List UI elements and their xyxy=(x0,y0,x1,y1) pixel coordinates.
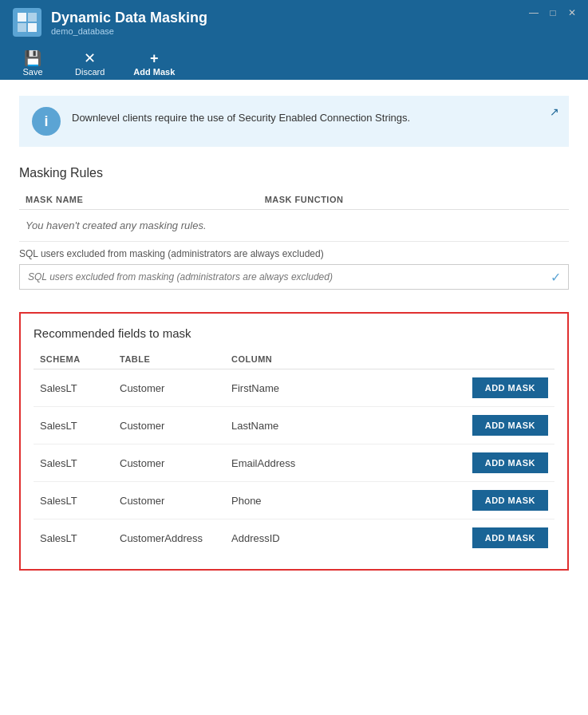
column-cell: LastName xyxy=(225,407,353,444)
table-row: SalesLT Customer EmailAddress ADD MASK xyxy=(34,444,554,482)
window-controls: — □ ✕ xyxy=(527,6,578,19)
masking-rules-table: MASK NAME MASK FUNCTION You haven't crea… xyxy=(19,190,569,242)
save-button[interactable]: 💾 Save xyxy=(13,48,53,80)
col-mask-function-header: MASK FUNCTION xyxy=(258,190,569,210)
column-cell: AddressID xyxy=(225,519,353,557)
table-row: SalesLT Customer Phone ADD MASK xyxy=(34,482,554,519)
column-cell: Phone xyxy=(225,482,353,519)
svg-rect-1 xyxy=(28,13,37,22)
recommended-title: Recommended fields to mask xyxy=(34,326,554,340)
empty-rules-row: You haven't created any masking rules. xyxy=(19,210,569,242)
app-title: Dynamic Data Masking xyxy=(51,10,207,26)
title-bar: — □ ✕ Dynamic Data Masking demo_database… xyxy=(0,0,588,80)
svg-rect-3 xyxy=(28,23,37,32)
add-mask-row-button[interactable]: ADD MASK xyxy=(472,377,548,398)
add-mask-row-button[interactable]: ADD MASK xyxy=(472,527,548,548)
toolbar: 💾 Save ✕ Discard + Add Mask xyxy=(13,41,575,80)
schema-cell: SalesLT xyxy=(34,369,113,407)
sql-exclusion-label: SQL users excluded from masking (adminis… xyxy=(19,248,569,259)
action-cell: ADD MASK xyxy=(353,369,554,407)
info-text: Downlevel clients require the use of Sec… xyxy=(72,107,410,124)
recommended-table: SCHEMA TABLE COLUMN SalesLT Customer Fir… xyxy=(34,350,554,556)
discard-label: Discard xyxy=(75,67,105,77)
table-cell: Customer xyxy=(113,369,225,407)
recommended-table-header: SCHEMA TABLE COLUMN xyxy=(34,350,554,369)
minimize-button[interactable]: — xyxy=(527,6,540,19)
info-link-icon[interactable]: ↗ xyxy=(550,105,559,118)
action-cell: ADD MASK xyxy=(353,444,554,482)
action-cell: ADD MASK xyxy=(353,519,554,557)
sql-exclusion-input[interactable] xyxy=(19,264,569,290)
save-label: Save xyxy=(22,67,42,77)
main-window: — □ ✕ Dynamic Data Masking demo_database… xyxy=(0,0,588,715)
column-cell: EmailAddress xyxy=(225,444,353,482)
sql-exclusion-section: SQL users excluded from masking (adminis… xyxy=(19,248,569,290)
schema-cell: SalesLT xyxy=(34,482,113,519)
action-cell: ADD MASK xyxy=(353,482,554,519)
title-row: Dynamic Data Masking demo_database xyxy=(13,8,575,37)
svg-rect-0 xyxy=(18,13,26,22)
table-cell: Customer xyxy=(113,444,225,482)
empty-rules-message: You haven't created any masking rules. xyxy=(19,210,569,242)
discard-icon: ✕ xyxy=(84,51,96,65)
add-mask-toolbar-button[interactable]: + Add Mask xyxy=(127,48,181,80)
masking-rules-section: Masking Rules MASK NAME MASK FUNCTION Yo… xyxy=(19,166,569,242)
table-row: SalesLT Customer FirstName ADD MASK xyxy=(34,369,554,407)
recommended-fields-section: Recommended fields to mask SCHEMA TABLE … xyxy=(19,312,569,571)
schema-cell: SalesLT xyxy=(34,519,113,557)
table-row: SalesLT Customer LastName ADD MASK xyxy=(34,407,554,444)
masking-rules-title: Masking Rules xyxy=(19,166,569,180)
schema-cell: SalesLT xyxy=(34,444,113,482)
schema-cell: SalesLT xyxy=(34,407,113,444)
add-mask-label: Add Mask xyxy=(133,67,175,77)
table-cell: CustomerAddress xyxy=(113,519,225,557)
col-column-header: COLUMN xyxy=(225,350,353,369)
app-subtitle: demo_database xyxy=(51,26,207,36)
info-banner: i Downlevel clients require the use of S… xyxy=(19,96,569,147)
column-cell: FirstName xyxy=(225,369,353,407)
title-text: Dynamic Data Masking demo_database xyxy=(51,10,207,36)
sql-check-icon: ✓ xyxy=(551,270,561,285)
col-table-header: TABLE xyxy=(113,350,225,369)
action-cell: ADD MASK xyxy=(353,407,554,444)
close-button[interactable]: ✕ xyxy=(566,6,578,19)
col-schema-header: SCHEMA xyxy=(34,350,113,369)
add-mask-row-button[interactable]: ADD MASK xyxy=(472,415,548,436)
app-icon xyxy=(13,8,41,37)
add-mask-icon: + xyxy=(150,51,159,65)
sql-input-wrapper: ✓ xyxy=(19,264,569,290)
add-mask-row-button[interactable]: ADD MASK xyxy=(472,452,548,473)
save-icon: 💾 xyxy=(24,51,41,65)
table-cell: Customer xyxy=(113,482,225,519)
col-mask-name-header: MASK NAME xyxy=(19,190,258,210)
col-action-header xyxy=(353,350,554,369)
maximize-button[interactable]: □ xyxy=(547,6,559,19)
table-row: SalesLT CustomerAddress AddressID ADD MA… xyxy=(34,519,554,557)
table-cell: Customer xyxy=(113,407,225,444)
info-icon: i xyxy=(32,107,61,136)
add-mask-row-button[interactable]: ADD MASK xyxy=(472,490,548,511)
svg-rect-2 xyxy=(18,23,26,32)
content-area: i Downlevel clients require the use of S… xyxy=(0,80,588,715)
discard-button[interactable]: ✕ Discard xyxy=(69,48,111,80)
